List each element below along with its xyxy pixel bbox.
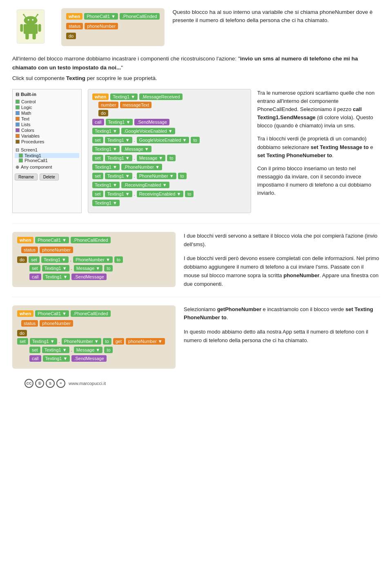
gv-prop2: GoogleVoiceEnabled ▼ — [137, 137, 189, 143]
by-icon: ① — [35, 379, 44, 388]
math-icon — [16, 111, 20, 115]
right-para-2: Tra i blocchi verdi (le proprietà di un … — [257, 135, 380, 159]
b1-t1-comp2: Texting1 ▼ — [42, 265, 69, 271]
b1-msg-prop: Message ▼ — [74, 265, 103, 271]
procedures-label: Procedures — [21, 139, 44, 144]
b1-t1-comp3: Texting1 ▼ — [43, 274, 70, 280]
bottom-text-2: Selezioniamo getPhoneNumber e incastriam… — [184, 305, 380, 345]
colors-label: Colors — [21, 128, 34, 133]
set-kw-re: set — [92, 191, 103, 197]
bottom-text-1: I due blocchi verdi servono a settare il… — [184, 232, 380, 289]
code-block-texting1-alone: Texting1 ▼ — [92, 200, 247, 206]
b2-dot2: . — [71, 347, 72, 352]
sidebar-item-logic[interactable]: Logic — [15, 105, 79, 110]
when-kw: when — [92, 93, 109, 100]
variables-label: Variables — [21, 134, 40, 138]
b2-do-kw: do — [17, 330, 27, 336]
b2-pn-param: phoneNumber — [40, 320, 73, 327]
b2-status-param: status — [21, 320, 38, 327]
set-kw-pn: set — [92, 173, 103, 179]
right-para-3: Con il primo blocco inseriamo un testo n… — [257, 165, 380, 198]
sendmessage-method: .SendMessage — [134, 119, 169, 125]
dot-gv: . — [134, 138, 135, 142]
texting1-msg-comp2: Texting1 ▼ — [105, 155, 132, 161]
logic-icon — [16, 105, 20, 109]
param-messagetext: messageText — [120, 102, 151, 108]
texting1-icon — [19, 154, 23, 158]
b2-pc1-comp: PhoneCall1 ▼ — [35, 310, 69, 317]
sidebar-item-math[interactable]: Math — [15, 110, 79, 116]
call-kw: call — [92, 119, 104, 125]
right-description: Tra le numerose opzioni scartiamo quelle… — [257, 89, 380, 213]
right-para-1: Tra le numerose opzioni scartiamo quelle… — [257, 89, 380, 130]
phonecall1-icon — [19, 158, 23, 162]
dot-msg: . — [134, 156, 135, 160]
rename-button[interactable]: Rename — [15, 174, 38, 180]
sidebar-item-procedures[interactable]: Procedures — [15, 139, 79, 145]
top-description: Questo blocco ha al suo interno una vari… — [173, 8, 380, 25]
b2-set2-kw: set — [29, 347, 40, 353]
b1-pce-event: .PhoneCallEnded — [71, 237, 111, 243]
param-phonenumber: phoneNumber — [85, 23, 118, 29]
text-icon — [16, 117, 20, 121]
nc-icon: S — [46, 379, 55, 388]
b1-pn-param: phoneNumber — [40, 247, 73, 253]
texting1-comp2: Texting1 ▼ — [106, 119, 133, 125]
b2-para-2: In questo modo abbiamo detto alla nostra… — [184, 328, 380, 345]
sidebar-component-phonecall1[interactable]: PhoneCall1 — [15, 158, 79, 163]
b2-when-kw: when — [17, 310, 33, 317]
sidebar-screen1[interactable]: ⊟ Screen1 — [15, 147, 79, 153]
nd-icon: = — [56, 379, 65, 388]
footer-license-icons: CC ① S = — [24, 379, 65, 388]
delete-button[interactable]: Delete — [40, 174, 59, 180]
b2-t1-comp3: Texting1 ▼ — [43, 355, 70, 362]
texting1-gv-comp2: Texting1 ▼ — [105, 137, 132, 143]
code-block-sendmessage: call Texting1 ▼ .SendMessage — [92, 119, 247, 125]
b1-to1: to — [114, 256, 123, 263]
b1-to2: to — [104, 265, 113, 271]
re-prop: .ReceivingEnabled ▼ — [121, 182, 169, 188]
dot-pn: . — [134, 174, 135, 178]
b2-pce-event: .PhoneCallEnded — [71, 310, 111, 317]
when-keyword: when — [66, 13, 82, 20]
to-gv: to — [191, 137, 199, 143]
b1-para-1: I due blocchi verdi servono a settare il… — [184, 232, 380, 249]
b1-t1-comp: Texting1 ▼ — [41, 256, 69, 263]
event-name: .PhoneCallEnded — [120, 13, 160, 20]
middle-code-panel: when Texting1 ▼ .MessageReceived number … — [88, 89, 251, 213]
b1-dot2: . — [71, 266, 72, 271]
control-label: Control — [21, 99, 36, 104]
sidebar-item-variables[interactable]: Variables — [15, 133, 79, 139]
b1-do-kw: do — [17, 256, 27, 263]
sidebar-component-texting1[interactable]: Texting1 — [15, 153, 79, 158]
b1-para-2: I due blocchi verdi però devono essere c… — [184, 254, 380, 288]
code-block-phonenumber-set: set Texting1 ▼ . PhoneNumber ▼ to — [92, 173, 247, 179]
sidebar-item-any-component[interactable]: ⊕ Any component — [15, 164, 79, 170]
code-block-message-get: Texting1 ▼ .Message ▼ — [92, 146, 247, 152]
sidebar-item-colors[interactable]: Colors — [15, 127, 79, 133]
sidebar-item-lists[interactable]: Lists — [15, 122, 79, 127]
sidebar-item-control[interactable]: Control — [15, 99, 79, 105]
b1-status-param: status — [21, 247, 38, 253]
b2-getpn-var: phoneNumber ▼ — [126, 338, 165, 345]
b1-sendmsg-method: .SendMessage — [71, 274, 106, 280]
b2-set1-kw: set — [17, 338, 28, 345]
set-kw-gv: set — [92, 137, 103, 143]
cc-icon: CC — [24, 379, 33, 388]
svg-rect-10 — [38, 24, 41, 32]
sidebar-item-text[interactable]: Text — [15, 116, 79, 122]
math-label: Math — [21, 111, 31, 116]
code-block-messagereceived: when Texting1 ▼ .MessageReceived number … — [92, 93, 247, 116]
texting1-re-comp: Texting1 ▼ — [92, 182, 120, 188]
code-block-googlevoice-set: set Texting1 ▼ . GoogleVoiceEnabled ▼ to — [92, 137, 247, 143]
b2-to2: to — [104, 347, 113, 353]
lists-label: Lists — [21, 122, 31, 127]
b1-call-kw: call — [29, 274, 41, 280]
do-keyword: do — [66, 33, 76, 39]
texting1-msg-comp: Texting1 ▼ — [92, 146, 120, 152]
b1-set2-kw: set — [29, 265, 40, 271]
code-block-receivingenabled-get: Texting1 ▼ .ReceivingEnabled ▼ — [92, 182, 247, 188]
param-status: status — [66, 23, 83, 29]
svg-point-7 — [32, 19, 33, 21]
code-block-receivingenabled-set: set Texting1 ▼ . ReceivingEnabled ▼ to — [92, 191, 247, 197]
